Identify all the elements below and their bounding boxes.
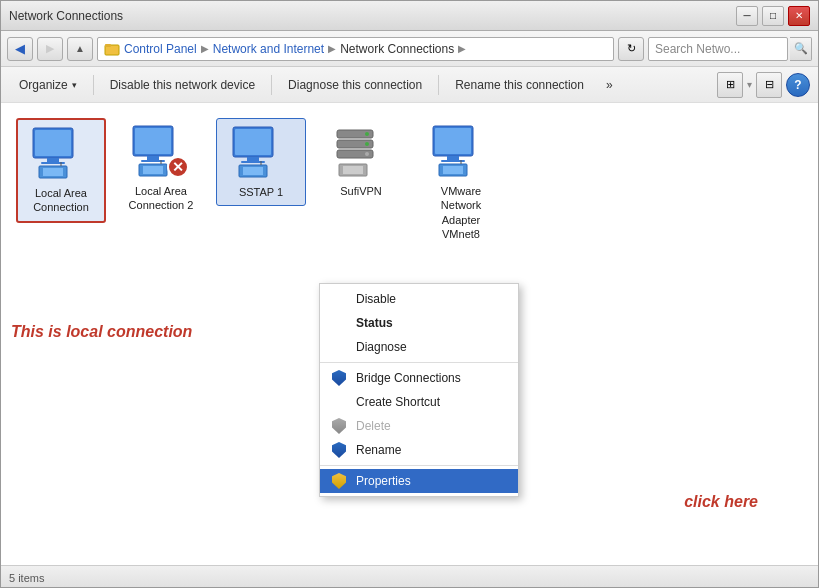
rename-button[interactable]: Rename this connection bbox=[445, 71, 594, 99]
svg-rect-21 bbox=[243, 167, 263, 175]
window-title: Network Connections bbox=[9, 9, 123, 23]
search-box[interactable]: Search Netwo... bbox=[648, 37, 788, 61]
svg-rect-36 bbox=[443, 166, 463, 174]
network-icon-sstap1[interactable]: SSTAP 1 bbox=[216, 118, 306, 206]
address-bar: ◀ ▶ ▲ Control Panel ▶ Network and Intern… bbox=[1, 31, 818, 67]
svg-rect-32 bbox=[435, 128, 471, 154]
menu-status-label: Status bbox=[356, 316, 393, 330]
properties-shield-icon bbox=[330, 472, 348, 490]
menu-item-disable[interactable]: Disable bbox=[320, 287, 518, 311]
vmnet8-icon-img bbox=[429, 124, 493, 180]
window-controls: ─ □ ✕ bbox=[736, 6, 810, 26]
up-button[interactable]: ▲ bbox=[67, 37, 93, 61]
menu-rename-label: Rename bbox=[356, 443, 401, 457]
breadcrumb-arrow1: ▶ bbox=[201, 43, 209, 54]
status-bar: 5 items bbox=[1, 565, 818, 588]
maximize-button[interactable]: □ bbox=[762, 6, 784, 26]
sstap1-icon-img bbox=[229, 125, 293, 181]
minimize-button[interactable]: ─ bbox=[736, 6, 758, 26]
vmnet8-label: VMware NetworkAdapter VMnet8 bbox=[422, 184, 500, 241]
breadcrumb[interactable]: Control Panel ▶ Network and Internet ▶ N… bbox=[97, 37, 614, 61]
view-toggle-button[interactable]: ⊞ bbox=[717, 72, 743, 98]
folder-icon bbox=[104, 41, 120, 57]
lac1-icon-img bbox=[29, 126, 93, 182]
breadcrumb-arrow3: ▶ bbox=[458, 43, 466, 54]
svg-rect-18 bbox=[247, 157, 259, 161]
network-icon-sufivpn[interactable]: SufiVPN bbox=[316, 118, 406, 204]
menu-item-shortcut[interactable]: Create Shortcut bbox=[320, 390, 518, 414]
menu-separator-2 bbox=[320, 465, 518, 466]
svg-rect-3 bbox=[35, 130, 71, 156]
breadcrumb-part2[interactable]: Network and Internet bbox=[213, 42, 324, 56]
svg-rect-11 bbox=[147, 156, 159, 160]
menu-delete-label: Delete bbox=[356, 419, 391, 433]
svg-rect-33 bbox=[447, 156, 459, 160]
svg-rect-14 bbox=[143, 166, 163, 174]
sufivpn-icon-img bbox=[329, 124, 393, 180]
main-content: Local AreaConnection ✕ Local AreaConnect… bbox=[1, 103, 818, 565]
menu-item-delete[interactable]: Delete bbox=[320, 414, 518, 438]
menu-shortcut-label: Create Shortcut bbox=[356, 395, 440, 409]
delete-shield-icon bbox=[330, 417, 348, 435]
diagnose-button[interactable]: Diagnose this connection bbox=[278, 71, 432, 99]
vmnet8-monitor-svg bbox=[429, 124, 493, 180]
menu-item-properties[interactable]: Properties bbox=[320, 469, 518, 493]
breadcrumb-part1[interactable]: Control Panel bbox=[124, 42, 197, 56]
svg-rect-27 bbox=[343, 166, 363, 174]
network-icon-lac2[interactable]: ✕ Local AreaConnection 2 bbox=[116, 118, 206, 219]
rename-shield-icon bbox=[330, 441, 348, 459]
more-button[interactable]: » bbox=[596, 71, 623, 99]
network-icon-lac1[interactable]: Local AreaConnection bbox=[16, 118, 106, 223]
menu-item-rename[interactable]: Rename bbox=[320, 438, 518, 462]
lac1-label: Local AreaConnection bbox=[33, 186, 89, 215]
lac2-label: Local AreaConnection 2 bbox=[129, 184, 194, 213]
toolbar: Organize ▾ Disable this network device D… bbox=[1, 67, 818, 103]
sstap1-monitor-svg bbox=[229, 125, 293, 181]
sufivpn-label: SufiVPN bbox=[340, 184, 382, 198]
svg-rect-17 bbox=[235, 129, 271, 155]
sstap1-label: SSTAP 1 bbox=[239, 185, 283, 199]
menu-item-diagnose[interactable]: Diagnose bbox=[320, 335, 518, 359]
menu-separator-1 bbox=[320, 362, 518, 363]
refresh-button[interactable]: ↻ bbox=[618, 37, 644, 61]
menu-diagnose-label: Diagnose bbox=[356, 340, 407, 354]
lac2-icon-img: ✕ bbox=[129, 124, 193, 180]
close-button[interactable]: ✕ bbox=[788, 6, 810, 26]
bridge-shield-icon bbox=[330, 369, 348, 387]
search-placeholder: Search Netwo... bbox=[655, 42, 740, 56]
sufivpn-monitor-svg bbox=[329, 124, 393, 180]
toolbar-separator-2 bbox=[271, 75, 272, 95]
svg-point-30 bbox=[365, 152, 369, 156]
search-button[interactable]: 🔍 bbox=[790, 37, 812, 61]
preview-button[interactable]: ⊟ bbox=[756, 72, 782, 98]
menu-item-bridge[interactable]: Bridge Connections bbox=[320, 366, 518, 390]
back-button[interactable]: ◀ bbox=[7, 37, 33, 61]
lac1-monitor-svg bbox=[29, 126, 93, 182]
svg-rect-4 bbox=[47, 158, 59, 162]
disable-button[interactable]: Disable this network device bbox=[100, 71, 265, 99]
forward-button[interactable]: ▶ bbox=[37, 37, 63, 61]
toolbar-separator-3 bbox=[438, 75, 439, 95]
organize-button[interactable]: Organize ▾ bbox=[9, 71, 87, 99]
menu-properties-label: Properties bbox=[356, 474, 411, 488]
toolbar-right: ⊞ ▾ ⊟ ? bbox=[717, 72, 810, 98]
toolbar-separator-1 bbox=[93, 75, 94, 95]
help-button[interactable]: ? bbox=[786, 73, 810, 97]
menu-disable-label: Disable bbox=[356, 292, 396, 306]
breadcrumb-arrow2: ▶ bbox=[328, 43, 336, 54]
click-here-annotation: click here bbox=[684, 493, 758, 511]
svg-rect-7 bbox=[43, 168, 63, 176]
svg-point-29 bbox=[365, 142, 369, 146]
menu-bridge-label: Bridge Connections bbox=[356, 371, 461, 385]
status-items-count: 5 items bbox=[9, 572, 44, 584]
network-icon-vmnet8[interactable]: VMware NetworkAdapter VMnet8 bbox=[416, 118, 506, 247]
svg-rect-1 bbox=[105, 44, 111, 47]
menu-item-status[interactable]: Status bbox=[320, 311, 518, 335]
breadcrumb-part3: Network Connections bbox=[340, 42, 454, 56]
title-bar: Network Connections ─ □ ✕ bbox=[1, 1, 818, 31]
context-menu: Disable Status Diagnose Bridge Connectio… bbox=[319, 283, 519, 497]
svg-rect-10 bbox=[135, 128, 171, 154]
annotation-text: This is local connection bbox=[11, 323, 192, 341]
svg-point-28 bbox=[365, 132, 369, 136]
disabled-badge: ✕ bbox=[167, 156, 189, 178]
